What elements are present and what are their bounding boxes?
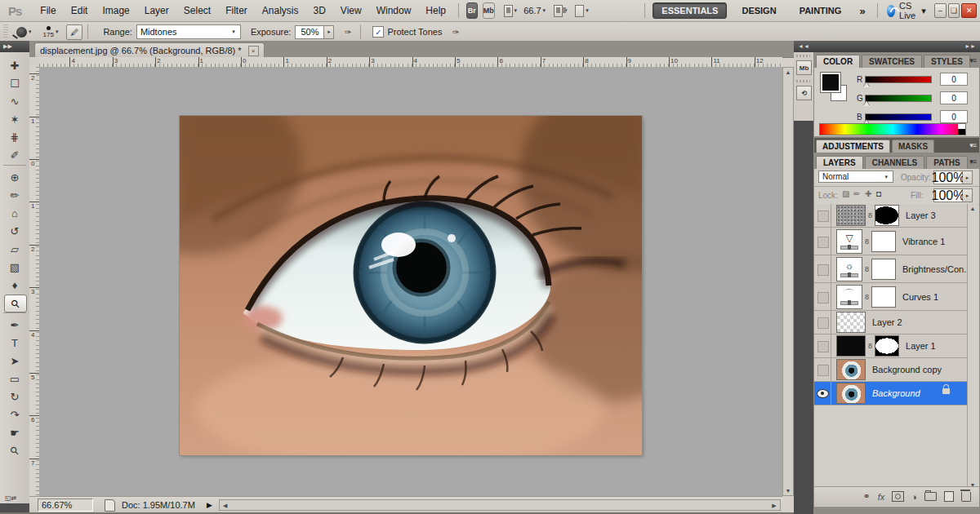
path-selection-tool[interactable]: ➤ <box>4 352 25 369</box>
layer-name[interactable]: Brightness/Con... <box>902 264 971 274</box>
slider-thumb[interactable] <box>863 101 870 106</box>
chevron-down-icon[interactable]: ▾ <box>514 7 518 14</box>
tools-panel-collapse[interactable]: ▶▶ <box>0 41 29 52</box>
menu-window[interactable]: Window <box>369 0 419 21</box>
shape-tool[interactable]: ▭ <box>4 370 25 387</box>
3d-orbit-tool[interactable]: ↷ <box>4 406 25 423</box>
workspace-painting[interactable]: PAINTING <box>791 3 850 18</box>
opacity-spinner[interactable]: ▸ <box>963 171 973 184</box>
exposure-input[interactable]: 50% <box>295 25 324 39</box>
tab-masks[interactable]: MASKS <box>892 140 934 153</box>
scroll-up-icon[interactable]: ▲ <box>968 206 978 211</box>
layer-thumbnail[interactable] <box>836 335 866 357</box>
collapse-panels-icon[interactable]: ◄◄ <box>798 41 809 52</box>
clone-stamp-tool[interactable]: ⌂ <box>4 205 25 221</box>
spot-healing-brush-tool[interactable]: ⊕ <box>4 169 25 185</box>
scroll-left-icon[interactable]: ◀ <box>220 503 230 509</box>
tablet-pressure-button[interactable]: ✑ <box>448 25 463 39</box>
restore-button[interactable]: ❏ <box>948 3 960 18</box>
eye-visible-icon[interactable] <box>817 389 829 398</box>
tab-channels[interactable]: CHANNELS <box>865 156 925 169</box>
layer-row[interactable]: 8Layer 1 <box>814 335 969 358</box>
history-panel-icon[interactable]: ⟲ <box>796 86 812 100</box>
scroll-down-icon[interactable]: ▼ <box>783 488 793 494</box>
channel-slider[interactable] <box>865 95 932 102</box>
layer-name[interactable]: Layer 2 <box>872 317 902 327</box>
visibility-cell[interactable] <box>814 283 831 310</box>
fill-spinner[interactable]: ▸ <box>963 188 973 202</box>
layer-row[interactable]: Layer 2 <box>814 311 969 335</box>
lock-all-icon[interactable]: ◘ <box>876 189 881 198</box>
move-tool[interactable]: ✚ <box>4 57 25 73</box>
quick-selection-tool[interactable]: ✶ <box>4 111 25 127</box>
channel-value-input[interactable]: 0 <box>940 110 968 123</box>
layer-name[interactable]: Vibrance 1 <box>902 237 945 246</box>
brush-tool[interactable]: ✏ <box>4 187 25 203</box>
range-select[interactable]: Midtones▾ <box>136 24 241 39</box>
eraser-tool[interactable]: ▱ <box>4 241 25 257</box>
delete-layer-icon[interactable] <box>961 492 971 502</box>
opacity-input[interactable]: 100% <box>933 171 963 184</box>
layer-mask-thumbnail[interactable] <box>871 286 896 308</box>
new-layer-icon[interactable] <box>944 491 954 502</box>
pen-tool[interactable]: ✒ <box>4 317 25 333</box>
guides-grid-icon[interactable] <box>504 5 513 17</box>
layer-thumbnail[interactable] <box>836 205 866 226</box>
new-adjustment-layer-icon[interactable]: ◑ <box>911 492 917 502</box>
layer-row[interactable]: 8Layer 3 <box>814 204 969 228</box>
layer-name[interactable]: Background copy <box>872 365 942 374</box>
visibility-cell[interactable] <box>814 228 831 255</box>
workspace-design[interactable]: DESIGN <box>733 3 784 18</box>
panel-menu-icon[interactable]: ▾≡ <box>969 157 976 166</box>
cs-live-button[interactable]: CS Live ▾ <box>887 1 928 20</box>
black-swatch[interactable] <box>958 129 965 135</box>
menu-layer[interactable]: Layer <box>137 0 176 21</box>
vertical-scrollbar[interactable]: ▲ ▼ <box>782 67 794 496</box>
layer-row[interactable]: Background <box>814 382 969 405</box>
arrange-documents-icon[interactable] <box>554 5 563 17</box>
eye-hidden-box[interactable] <box>817 341 829 352</box>
channel-slider[interactable] <box>865 113 932 121</box>
document-tab[interactable]: displacement.jpg @ 66.7% (Background, RG… <box>34 42 265 58</box>
layer-row[interactable]: ⌒8Curves 1 <box>814 283 969 311</box>
lasso-tool[interactable]: ∿ <box>4 93 25 109</box>
layer-thumbnail[interactable]: ☼ <box>836 257 862 281</box>
eye-hidden-box[interactable] <box>817 317 829 329</box>
color-spectrum-ramp[interactable] <box>819 123 966 135</box>
tab-swatches[interactable]: SWATCHES <box>862 55 922 68</box>
layers-scrollbar[interactable]: ▲ ▼ <box>967 204 978 490</box>
menu-filter[interactable]: Filter <box>218 0 255 21</box>
visibility-cell[interactable] <box>814 311 831 334</box>
layer-thumbnail[interactable] <box>836 383 866 404</box>
foreground-color-swatch[interactable] <box>821 73 840 92</box>
marquee-tool[interactable]: ☐ <box>4 75 25 91</box>
lock-position-icon[interactable]: ✚ <box>865 189 871 198</box>
close-button[interactable]: ✕ <box>961 3 977 18</box>
bridge-button[interactable]: Br <box>466 2 478 19</box>
layer-mask-thumbnail[interactable] <box>871 231 896 252</box>
eye-hidden-box[interactable] <box>817 292 829 304</box>
scroll-up-icon[interactable]: ▲ <box>783 69 793 75</box>
tab-layers[interactable]: LAYERS <box>816 156 863 169</box>
options-grip[interactable] <box>3 24 8 39</box>
layer-row[interactable]: ▽8Vibrance 1 <box>814 228 969 255</box>
status-expand-icon[interactable]: ▶ <box>207 501 212 509</box>
menu-select[interactable]: Select <box>176 0 218 21</box>
layer-mask-thumbnail[interactable] <box>875 335 899 357</box>
panel-menu-icon[interactable]: ▾≡ <box>969 56 976 64</box>
visibility-cell[interactable] <box>814 204 831 227</box>
menu-analysis[interactable]: Analysis <box>255 0 306 21</box>
mini-bridge-button[interactable]: Mb <box>483 2 495 19</box>
toggle-brush-panel-button[interactable]: 🖉 <box>66 24 82 40</box>
layer-name[interactable]: Curves 1 <box>902 292 938 302</box>
color-swatch-pair[interactable] <box>821 73 850 105</box>
layer-style-fx-icon[interactable]: fx <box>878 492 885 502</box>
blend-mode-select[interactable]: Normal▾ <box>818 171 893 183</box>
horizontal-scrollbar[interactable]: ◀ ▶ <box>219 499 781 511</box>
layer-row[interactable]: Background copy <box>814 358 969 382</box>
tab-paths[interactable]: PATHS <box>926 156 967 169</box>
layer-thumbnail[interactable] <box>836 359 866 380</box>
new-group-icon[interactable] <box>924 492 937 501</box>
layer-thumbnail[interactable]: ▽ <box>836 229 862 254</box>
canvas-pasteboard[interactable] <box>39 67 782 496</box>
